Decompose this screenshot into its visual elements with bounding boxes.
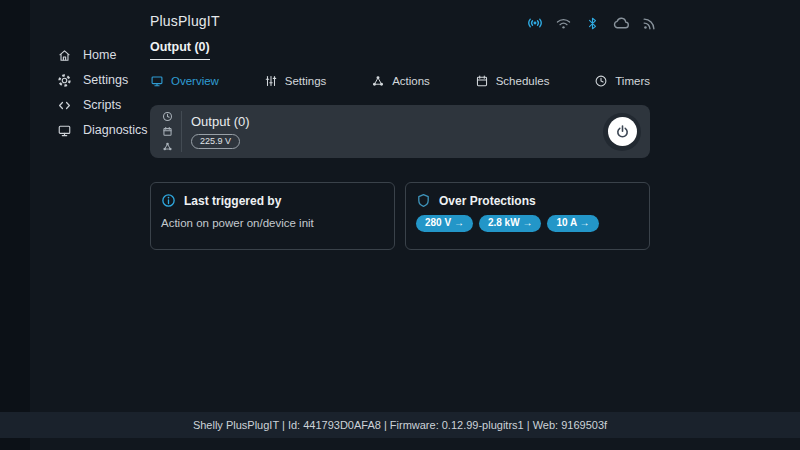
device-info-text: Shelly PlusPlugIT | Id: 441793D0AFA8 | F… — [193, 419, 607, 431]
last-triggered-text: Action on power on/device init — [161, 217, 384, 229]
tab-label: Settings — [285, 75, 327, 87]
sidebar-item-label: Home — [83, 48, 116, 62]
sidebar-item-label: Scripts — [83, 98, 121, 112]
over-protections-card: Over Protections 280 V → 2.8 kW → 10 A → — [405, 182, 650, 250]
power-toggle-button[interactable] — [603, 113, 641, 151]
info-icon — [161, 193, 176, 208]
card-title: Over Protections — [439, 194, 536, 208]
monitor-icon — [57, 123, 72, 138]
output-card: Output (0) 225.9 V — [150, 105, 650, 158]
clock-icon — [594, 74, 608, 88]
output-card-body: Output (0) 225.9 V — [191, 114, 250, 149]
clock-icon — [162, 111, 173, 122]
card-title: Last triggered by — [184, 194, 281, 208]
status-icon-bar — [526, 13, 658, 33]
shield-icon — [416, 193, 431, 208]
gear-icon — [57, 73, 72, 88]
window-left-edge — [0, 0, 30, 450]
sidebar-item-scripts[interactable]: Scripts — [57, 93, 148, 117]
tab-label: Overview — [171, 75, 219, 87]
over-voltage-badge[interactable]: 280 V → — [416, 215, 473, 232]
voltage-badge: 225.9 V — [191, 134, 240, 149]
sliders-icon — [264, 74, 278, 88]
tab-bar: Overview Settings Actions — [150, 74, 650, 88]
cloud-icon[interactable] — [612, 14, 630, 32]
over-power-badge[interactable]: 2.8 kW → — [479, 215, 541, 232]
tab-label: Timers — [615, 75, 650, 87]
power-icon — [608, 117, 637, 146]
tab-overview[interactable]: Overview — [150, 74, 219, 88]
network-nodes-icon — [371, 74, 385, 88]
over-protections-header: Over Protections — [416, 193, 639, 208]
code-icon — [57, 98, 72, 113]
sidebar-item-label: Settings — [83, 73, 128, 87]
bluetooth-icon[interactable] — [583, 14, 601, 32]
calendar-icon — [475, 74, 489, 88]
sidebar-item-diagnostics[interactable]: Diagnostics — [57, 118, 148, 142]
calendar-icon — [162, 126, 173, 137]
app-title: PlusPlugIT — [150, 13, 220, 29]
tab-schedules[interactable]: Schedules — [475, 74, 550, 88]
last-triggered-header: Last triggered by — [161, 193, 384, 208]
tab-label: Schedules — [496, 75, 550, 87]
over-current-badge[interactable]: 10 A → — [547, 215, 598, 232]
wifi-icon[interactable] — [555, 14, 573, 32]
home-icon — [57, 48, 72, 63]
tab-settings[interactable]: Settings — [264, 74, 327, 88]
sidebar-item-label: Diagnostics — [83, 123, 148, 137]
info-cards-row: Last triggered by Action on power on/dev… — [150, 182, 650, 250]
tab-actions[interactable]: Actions — [371, 74, 430, 88]
last-triggered-card: Last triggered by Action on power on/dev… — [150, 182, 395, 250]
output-card-title: Output (0) — [191, 114, 250, 129]
monitor-icon — [150, 74, 164, 88]
tab-label: Actions — [392, 75, 430, 87]
output-card-icon-column — [156, 111, 182, 152]
access-point-icon[interactable] — [526, 14, 544, 32]
sidebar-item-home[interactable]: Home — [57, 43, 148, 67]
protection-badges: 280 V → 2.8 kW → 10 A → — [416, 215, 639, 232]
mqtt-icon[interactable] — [640, 14, 658, 32]
sidebar-item-settings[interactable]: Settings — [57, 68, 148, 92]
tab-timers[interactable]: Timers — [594, 74, 650, 88]
footer-bar: Shelly PlusPlugIT | Id: 441793D0AFA8 | F… — [0, 412, 800, 438]
page-title: Output (0) — [150, 40, 210, 60]
network-nodes-icon — [162, 141, 173, 152]
sidebar: Home Settings Scripts Diagnostics — [57, 43, 148, 142]
